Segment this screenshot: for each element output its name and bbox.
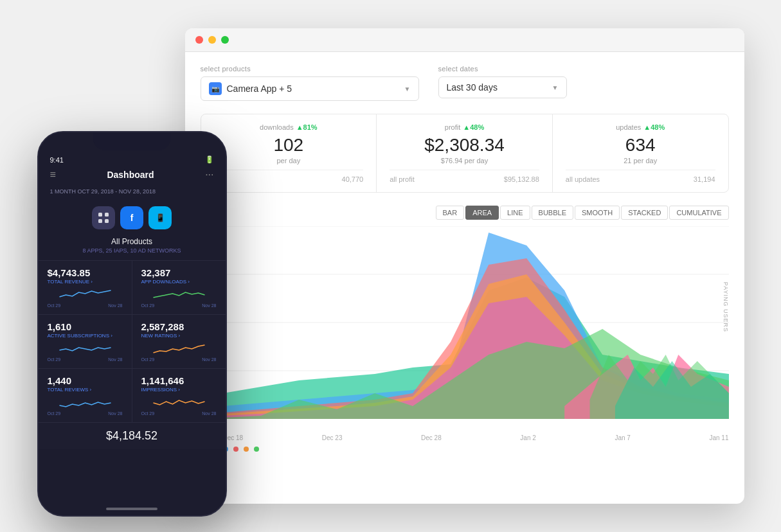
products-label: select products [201,65,419,73]
profit-stat: profit ▲48% $2,308.34 $76.94 per day all… [377,114,553,192]
phone-battery: 🔋 [205,155,214,164]
phone-metric-downloads: 32,387 APP DOWNLOADS › Oct 29Nov 28 [132,261,226,314]
updates-sub: 21 per day [566,157,715,164]
tab-line[interactable]: LINE [500,206,530,220]
downloads-stat: downloads ▲81% 102 per day 40,770 [201,114,377,192]
phone-screen: 9:41 🔋 ≡ Dashboard ··· 1 MONTH OCT 29, 2… [39,132,226,515]
phone-subscriptions-label[interactable]: ACTIVE SUBSCRIPTIONS › [48,333,123,339]
phone-subscriptions-dates: Oct 29Nov 28 [48,357,123,362]
phone-ratings-sparkline [141,341,217,354]
downloads-sub: per day [214,157,364,164]
downloads-label: downloads [260,123,294,131]
dates-label: select dates [438,65,567,73]
desktop-window: select products 📷 Camera App + 5 ▼ selec… [185,28,744,504]
phone-more-icon[interactable]: ··· [205,169,213,181]
phone-title: Dashboard [107,170,154,180]
phone-ratings-label[interactable]: NEW RATINGS › [141,333,217,339]
tab-bubble[interactable]: BUBBLE [532,206,573,220]
phone-impressions-value: 1,141,646 [141,375,217,386]
phone-grid-icon[interactable] [92,206,115,229]
downloads-footer-value: 40,770 [342,175,364,183]
phone-ratings-value: 2,587,288 [141,321,217,332]
phone-app3-icon[interactable]: 📱 [148,206,172,229]
phone-ratings-dates: Oct 29Nov 28 [141,357,217,362]
phone-revenue-label[interactable]: TOTAL REVENUE › [48,279,123,285]
profit-footer-label: all profit [390,175,415,183]
phone-reviews-value: 1,440 [48,375,123,386]
chart-wrapper: 2k 1.5k 1k 500 0 [201,226,729,432]
downloads-badge: ▲81% [296,123,318,131]
phone-downloads-dates: Oct 29Nov 28 [141,303,217,308]
tab-stacked[interactable]: STACKED [621,206,668,220]
phone-section-title: All Products [39,237,226,246]
tab-bar[interactable]: BAR [436,206,465,220]
updates-stat: updates ▲48% 634 21 per day all updates … [553,114,728,192]
stats-row: downloads ▲81% 102 per day 40,770 profit… [201,114,729,193]
updates-footer-label: all updates [566,175,600,183]
dates-dropdown[interactable]: Last 30 days ▼ [438,76,567,98]
phone-revenue-value: $4,743.85 [48,267,123,278]
phone-metrics-grid: $4,743.85 TOTAL REVENUE › Oct 29Nov 28 3… [39,260,226,422]
phone-app-icons: f 📱 [39,201,226,235]
phone-notch [93,132,170,150]
dates-selector-group: select dates Last 30 days ▼ [438,65,567,101]
tab-area[interactable]: AREA [465,206,499,220]
updates-label: updates [616,123,641,131]
products-dropdown[interactable]: 📷 Camera App + 5 ▼ [201,76,419,101]
profit-value: $2,308.34 [390,135,539,155]
phone-metric-reviews: 1,440 TOTAL REVIEWS › Oct 29Nov 28 [39,369,132,422]
phone-impressions-sparkline [141,395,217,408]
maximize-button[interactable] [221,36,229,44]
profit-badge: ▲48% [463,123,484,131]
products-value: Camera App + 5 [227,84,399,94]
phone-section-sub: 8 APPS, 25 IAPS, 10 AD NETWORKS [39,247,226,254]
phone-bottom-value: $4,184.52 [48,429,217,443]
profit-footer: all profit $95,132.88 [390,170,539,183]
chart-container: BAR AREA LINE BUBBLE SMOOTH STACKED CUMU… [201,206,729,450]
selectors-row: select products 📷 Camera App + 5 ▼ selec… [201,65,729,101]
chart-y-label: PAYING USERS [723,282,729,332]
area-chart-svg [223,226,729,419]
legend-dots [223,447,729,452]
minimize-button[interactable] [208,36,216,44]
phone-bottom: $4,184.52 [39,422,226,449]
updates-footer-value: 31,194 [694,175,715,183]
legend-dot-orange [244,447,249,452]
phone-facebook-icon[interactable]: f [120,206,143,229]
close-button[interactable] [195,36,203,44]
updates-badge: ▲48% [643,123,665,131]
svg-rect-8 [105,219,109,223]
phone-downloads-label[interactable]: APP DOWNLOADS › [141,279,217,285]
legend-dot-red [233,447,238,452]
phone-home-bar [106,508,157,510]
phone-impressions-label[interactable]: IMPRESSIONS › [141,387,217,393]
downloads-value: 102 [214,135,364,155]
profit-footer-value: $95,132.88 [504,175,539,183]
window-titlebar [185,28,744,52]
updates-value: 634 [566,135,715,155]
downloads-footer: 40,770 [214,170,364,183]
phone-reviews-dates: Oct 29Nov 28 [48,411,123,416]
phone-revenue-dates: Oct 29Nov 28 [48,303,123,308]
products-selector-group: select products 📷 Camera App + 5 ▼ [201,65,419,101]
phone-status-bar: 9:41 🔋 [39,155,226,164]
updates-footer: all updates 31,194 [566,170,715,183]
tab-smooth[interactable]: SMOOTH [575,206,620,220]
svg-rect-5 [98,213,102,217]
profit-sub: $76.94 per day [390,157,539,164]
phone-subscriptions-sparkline [48,341,123,354]
svg-rect-6 [105,213,109,217]
chevron-down-icon: ▼ [404,85,411,93]
phone-time: 9:41 [50,156,64,164]
phone-metric-impressions: 1,141,646 IMPRESSIONS › Oct 29Nov 28 [132,369,226,422]
x-label-dec28: Dec 28 [421,434,442,441]
tab-cumulative[interactable]: CUMULATIVE [669,206,728,220]
svg-rect-7 [98,219,102,223]
legend-dot-green [254,447,259,452]
x-label-jan7: Jan 7 [615,434,630,441]
phone-metric-ratings: 2,587,288 NEW RATINGS › Oct 29Nov 28 [132,315,226,368]
phone-nav: ≡ Dashboard ··· [39,166,226,183]
chart-area: PAYING USERS [223,226,729,432]
phone-reviews-label[interactable]: TOTAL REVIEWS › [48,387,123,393]
phone-menu-icon[interactable]: ≡ [50,169,56,181]
